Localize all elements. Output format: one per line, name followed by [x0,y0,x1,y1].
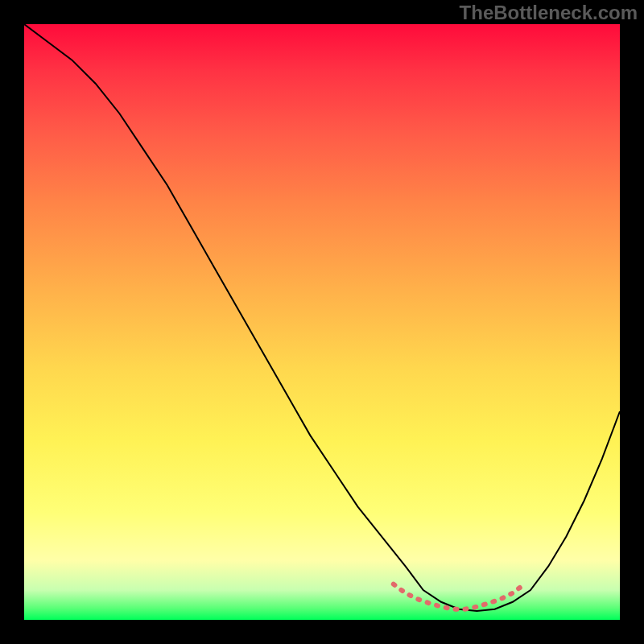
bottleneck-curve-path [24,24,620,611]
chart-svg [24,24,620,620]
watermark-text: TheBottleneck.com [460,2,638,24]
chart-plot-area [24,24,620,620]
